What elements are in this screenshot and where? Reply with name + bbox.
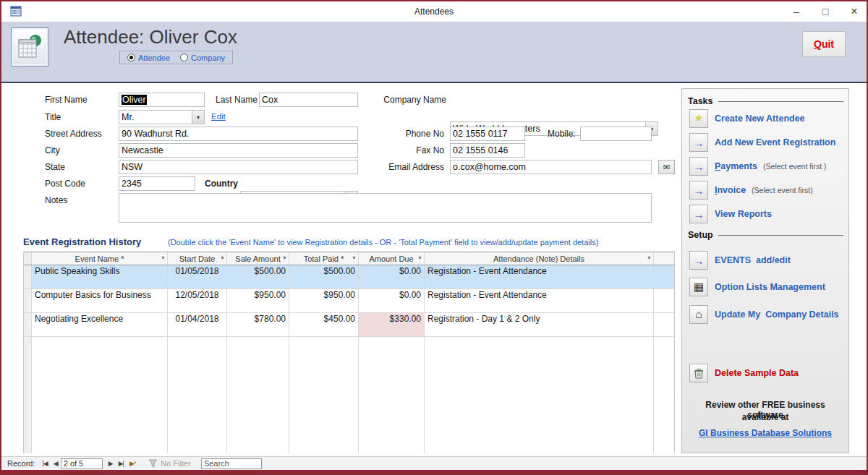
col-extra (654, 252, 675, 265)
last-record-button[interactable]: ▶| (116, 460, 127, 467)
history-title: Event Registration History (23, 236, 141, 247)
sort-arrow-icon: ▼ (647, 255, 652, 260)
postcode-label: Post Code (45, 179, 85, 189)
record-navigation-bar: Record: |◀ ◀ 2 of 5 ▶ ▶| ▶* No Filter (1, 456, 867, 470)
email-label: Email Address (363, 162, 444, 172)
maximize-icon[interactable]: □ (819, 6, 832, 17)
row-selector[interactable] (24, 289, 32, 312)
setup-update-company[interactable]: ⌂ Update My Company Details (689, 305, 839, 324)
phone-input[interactable]: 02 1555 0117 (450, 127, 525, 141)
table-row[interactable]: Public Speaking Skills 01/05/2018 $500.0… (24, 265, 675, 289)
attendee-logo-button[interactable] (11, 27, 48, 67)
street-input[interactable]: 90 Wadhurst Rd. (119, 127, 358, 141)
cell-attendance-note[interactable]: Registation - Event Attendance (425, 265, 654, 288)
cell-total-paid[interactable]: $450.00 (289, 313, 359, 336)
postcode-input[interactable]: 2345 (119, 176, 195, 191)
last-name-input[interactable]: Cox (259, 93, 358, 107)
edit-title-link[interactable]: Edit (211, 112, 226, 121)
cell-attendance-note[interactable]: Registation - Event Attendance (425, 289, 654, 312)
new-record-button[interactable]: ▶* (127, 460, 138, 467)
arrow-icon: → (694, 208, 705, 221)
cell-total-paid[interactable]: $950.00 (289, 289, 359, 312)
cell-start-date[interactable]: 01/05/2018 (168, 265, 227, 288)
row-selector[interactable] (24, 313, 32, 336)
first-name-input[interactable]: Oliver (119, 93, 205, 107)
cell-sale-amount[interactable]: $950.00 (227, 289, 289, 312)
setup-option-lists[interactable]: ▦ Option Lists Management (689, 278, 825, 296)
divider (718, 101, 843, 102)
envelope-icon: ✉ (663, 163, 670, 172)
col-attendance[interactable]: Attendance (Note) Details▼ (425, 252, 654, 265)
cell-start-date[interactable]: 12/05/2018 (168, 289, 227, 312)
col-amount-due[interactable]: Amount Due▼ (359, 252, 425, 265)
cell-amount-due[interactable]: $330.00 (359, 313, 425, 336)
table-row[interactable]: Computer Basics for Business 12/05/2018 … (24, 289, 675, 313)
promo-text-line2: available at (686, 412, 844, 422)
page-title: Attendee: Oliver Cox (64, 26, 237, 48)
arrow-icon: → (694, 184, 705, 197)
cell-sale-amount[interactable]: $780.00 (227, 313, 289, 336)
state-input[interactable]: NSW (119, 160, 358, 174)
minimize-icon[interactable]: – (790, 6, 803, 17)
task-view-reports[interactable]: → View Reports (689, 205, 772, 223)
delete-sample-data[interactable]: Delete Sample Data (689, 364, 799, 382)
filter-status[interactable]: No Filter (148, 459, 191, 468)
radio-company-dot[interactable] (180, 54, 188, 61)
setup-events-add-edit[interactable]: → EVENTS add/edit (689, 251, 791, 270)
row-selector[interactable] (24, 265, 32, 288)
sort-arrow-icon: ▼ (417, 255, 422, 260)
cell-amount-due[interactable]: $0.00 (359, 289, 425, 312)
arrow-icon: → (694, 137, 705, 149)
table-row[interactable]: Negotiating Excellence 01/04/2018 $780.0… (24, 313, 675, 337)
col-total-paid[interactable]: Total Paid *▼ (289, 252, 359, 265)
country-label: Country (205, 179, 238, 189)
quit-button[interactable]: Quit (802, 31, 846, 57)
radio-company-label: Company (191, 54, 225, 62)
col-sale-amount[interactable]: Sale Amount▼ (227, 252, 289, 265)
col-start-date[interactable]: Start Date▼ (168, 252, 227, 265)
cell-start-date[interactable]: 01/04/2018 (168, 313, 227, 336)
mobile-input[interactable] (580, 127, 652, 141)
cell-amount-due[interactable]: $0.00 (359, 265, 425, 288)
gi-business-link[interactable]: GI Business Database Solutions (686, 428, 844, 438)
cell-attendance-note[interactable]: Registration - Day 1 & 2 Only (425, 313, 654, 336)
cell-event-name[interactable]: Computer Basics for Business (32, 289, 168, 312)
first-name-label: First Name (45, 95, 88, 105)
title-combobox[interactable]: Mr. ▼ (119, 110, 205, 124)
window-title: Attendees (1, 7, 867, 17)
chevron-down-icon[interactable]: ▼ (192, 111, 204, 124)
cell-total-paid[interactable]: $500.00 (289, 265, 359, 288)
close-icon[interactable]: × (848, 5, 861, 18)
arrow-icon: → (694, 254, 705, 267)
company-name-label: Company Name (363, 95, 446, 105)
sort-arrow-icon: ▼ (220, 255, 225, 260)
cell-event-name[interactable]: Public Speaking Skills (32, 265, 168, 288)
task-note: (Select event first ) (763, 162, 827, 171)
city-input[interactable]: Newcastle (119, 143, 358, 158)
cell-sale-amount[interactable]: $500.00 (227, 265, 289, 288)
divider (718, 235, 843, 236)
next-record-button[interactable]: ▶ (106, 460, 116, 467)
radio-attendee[interactable]: Attendee (127, 54, 170, 62)
radio-attendee-dot[interactable] (127, 54, 135, 61)
starburst-icon: * (695, 118, 702, 125)
cell-event-name[interactable]: Negotiating Excellence (32, 313, 168, 336)
radio-attendee-label: Attendee (138, 54, 170, 62)
radio-company[interactable]: Company (180, 54, 225, 62)
search-input[interactable] (201, 458, 262, 469)
record-position[interactable]: 2 of 5 (61, 458, 103, 469)
attendees-window: Attendees – □ × Attendee: Oliver Cox Att… (0, 0, 868, 475)
task-add-event-registration[interactable]: → Add New Event Registration (689, 133, 835, 152)
task-payments[interactable]: → Payments (Select event first ) (689, 157, 827, 176)
email-input[interactable]: o.cox@home.com (450, 160, 652, 174)
email-button[interactable]: ✉ (658, 160, 675, 174)
fax-input[interactable]: 02 1555 0146 (450, 143, 525, 158)
notes-input[interactable] (119, 193, 652, 223)
col-event-name[interactable]: Event Name *▼ (32, 252, 168, 265)
selector-header (24, 252, 32, 265)
first-record-button[interactable]: |◀ (40, 460, 51, 467)
filter-funnel-icon (148, 459, 158, 468)
task-invoice[interactable]: → Invoice (Select event first) (689, 181, 813, 200)
task-create-new-attendee[interactable]: * Create New Attendee (689, 109, 805, 128)
previous-record-button[interactable]: ◀ (51, 460, 61, 467)
